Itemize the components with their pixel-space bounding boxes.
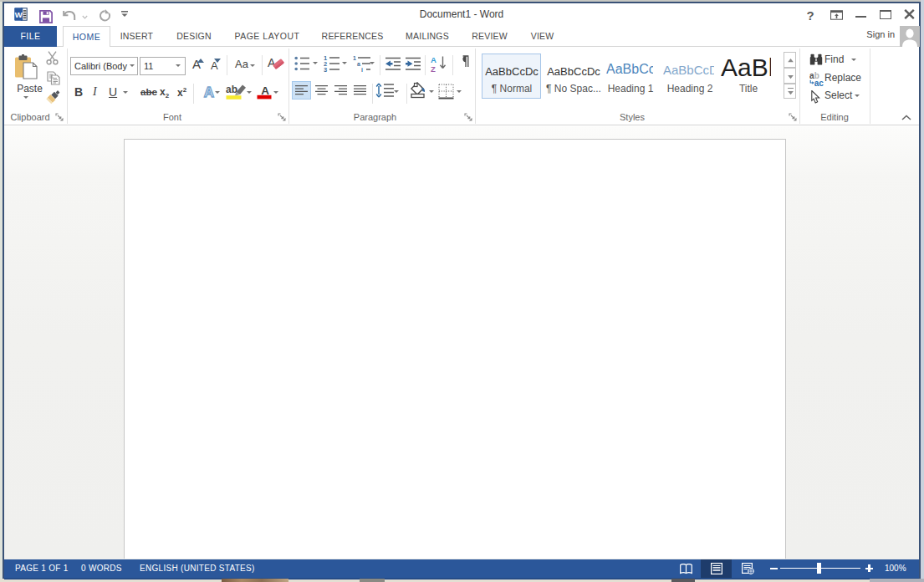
svg-text:A: A [261,84,269,97]
svg-text:3: 3 [324,66,327,72]
svg-text:i: i [361,67,363,72]
svg-text:A: A [431,55,436,64]
svg-text:?: ? [806,9,814,22]
svg-text:ac: ac [814,78,824,85]
svg-text:a: a [357,61,360,67]
svg-text:1: 1 [353,55,356,61]
svg-text:Z: Z [431,64,436,73]
svg-text:A: A [204,84,214,100]
